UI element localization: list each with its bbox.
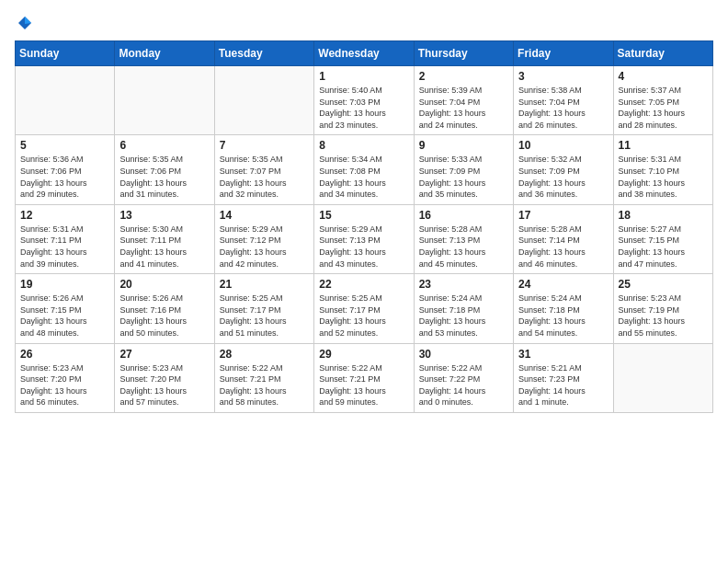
calendar-cell: 1Sunrise: 5:40 AMSunset: 7:03 PMDaylight…	[314, 66, 414, 135]
day-info: Sunrise: 5:36 AMSunset: 7:06 PMDaylight:…	[20, 154, 109, 200]
calendar-cell: 17Sunrise: 5:28 AMSunset: 7:14 PMDayligh…	[514, 204, 613, 273]
day-number: 7	[220, 139, 309, 152]
day-number: 2	[419, 70, 508, 83]
calendar-cell: 22Sunrise: 5:25 AMSunset: 7:17 PMDayligh…	[314, 274, 414, 343]
day-info: Sunrise: 5:24 AMSunset: 7:18 PMDaylight:…	[419, 293, 508, 339]
day-info: Sunrise: 5:38 AMSunset: 7:04 PMDaylight:…	[518, 85, 608, 131]
day-info: Sunrise: 5:24 AMSunset: 7:18 PMDaylight:…	[518, 293, 608, 339]
day-number: 22	[319, 278, 408, 291]
week-row-3: 12Sunrise: 5:31 AMSunset: 7:11 PMDayligh…	[16, 204, 713, 273]
day-info: Sunrise: 5:39 AMSunset: 7:04 PMDaylight:…	[419, 85, 508, 131]
calendar-cell	[214, 66, 313, 135]
day-info: Sunrise: 5:25 AMSunset: 7:17 PMDaylight:…	[220, 293, 309, 339]
calendar-cell: 19Sunrise: 5:26 AMSunset: 7:15 PMDayligh…	[16, 274, 115, 343]
day-number: 18	[619, 209, 708, 222]
week-row-4: 19Sunrise: 5:26 AMSunset: 7:15 PMDayligh…	[16, 274, 713, 343]
day-info: Sunrise: 5:34 AMSunset: 7:08 PMDaylight:…	[319, 154, 408, 200]
calendar-cell: 6Sunrise: 5:35 AMSunset: 7:06 PMDaylight…	[115, 135, 214, 204]
svg-marker-1	[25, 17, 31, 24]
day-number: 10	[518, 139, 608, 152]
logo	[15, 15, 35, 31]
day-info: Sunrise: 5:40 AMSunset: 7:03 PMDaylight:…	[319, 85, 408, 131]
day-number: 21	[220, 278, 309, 291]
calendar-cell: 18Sunrise: 5:27 AMSunset: 7:15 PMDayligh…	[613, 204, 712, 273]
day-info: Sunrise: 5:31 AMSunset: 7:10 PMDaylight:…	[619, 154, 708, 200]
day-number: 31	[518, 348, 608, 361]
day-info: Sunrise: 5:23 AMSunset: 7:20 PMDaylight:…	[20, 362, 109, 408]
day-info: Sunrise: 5:29 AMSunset: 7:13 PMDaylight:…	[319, 224, 408, 270]
weekday-header-saturday: Saturday	[613, 41, 712, 66]
calendar-cell: 8Sunrise: 5:34 AMSunset: 7:08 PMDaylight…	[314, 135, 414, 204]
calendar-cell: 16Sunrise: 5:28 AMSunset: 7:13 PMDayligh…	[414, 204, 513, 273]
calendar-cell: 12Sunrise: 5:31 AMSunset: 7:11 PMDayligh…	[16, 204, 115, 273]
weekday-header-friday: Friday	[514, 41, 613, 66]
day-number: 20	[119, 278, 209, 291]
day-number: 28	[220, 348, 309, 361]
weekday-header-thursday: Thursday	[414, 41, 513, 66]
calendar-cell: 11Sunrise: 5:31 AMSunset: 7:10 PMDayligh…	[613, 135, 712, 204]
day-info: Sunrise: 5:35 AMSunset: 7:06 PMDaylight:…	[119, 154, 209, 200]
day-number: 4	[619, 70, 708, 83]
day-number: 27	[119, 348, 209, 361]
weekday-header-wednesday: Wednesday	[314, 41, 414, 66]
day-info: Sunrise: 5:29 AMSunset: 7:12 PMDaylight:…	[220, 224, 309, 270]
day-info: Sunrise: 5:23 AMSunset: 7:19 PMDaylight:…	[619, 293, 708, 339]
calendar-cell: 28Sunrise: 5:22 AMSunset: 7:21 PMDayligh…	[214, 343, 313, 412]
day-info: Sunrise: 5:32 AMSunset: 7:09 PMDaylight:…	[518, 154, 608, 200]
weekday-header-tuesday: Tuesday	[214, 41, 313, 66]
calendar-cell: 27Sunrise: 5:23 AMSunset: 7:20 PMDayligh…	[115, 343, 214, 412]
day-number: 3	[518, 70, 608, 83]
logo-icon	[17, 15, 33, 31]
day-number: 30	[419, 348, 508, 361]
calendar-cell: 25Sunrise: 5:23 AMSunset: 7:19 PMDayligh…	[613, 274, 712, 343]
calendar-cell: 24Sunrise: 5:24 AMSunset: 7:18 PMDayligh…	[514, 274, 613, 343]
calendar-cell: 4Sunrise: 5:37 AMSunset: 7:05 PMDaylight…	[613, 66, 712, 135]
calendar-cell: 2Sunrise: 5:39 AMSunset: 7:04 PMDaylight…	[414, 66, 513, 135]
day-number: 14	[220, 209, 309, 222]
calendar-cell	[115, 66, 214, 135]
day-number: 26	[20, 348, 109, 361]
week-row-5: 26Sunrise: 5:23 AMSunset: 7:20 PMDayligh…	[16, 343, 713, 412]
calendar-cell: 20Sunrise: 5:26 AMSunset: 7:16 PMDayligh…	[115, 274, 214, 343]
day-info: Sunrise: 5:23 AMSunset: 7:20 PMDaylight:…	[119, 362, 209, 408]
calendar-table: SundayMondayTuesdayWednesdayThursdayFrid…	[15, 40, 713, 413]
weekday-header-sunday: Sunday	[16, 41, 115, 66]
calendar-cell: 7Sunrise: 5:35 AMSunset: 7:07 PMDaylight…	[214, 135, 313, 204]
calendar-cell	[16, 66, 115, 135]
day-info: Sunrise: 5:25 AMSunset: 7:17 PMDaylight:…	[319, 293, 408, 339]
day-number: 17	[518, 209, 608, 222]
day-info: Sunrise: 5:35 AMSunset: 7:07 PMDaylight:…	[220, 154, 309, 200]
calendar-cell: 23Sunrise: 5:24 AMSunset: 7:18 PMDayligh…	[414, 274, 513, 343]
calendar-cell: 15Sunrise: 5:29 AMSunset: 7:13 PMDayligh…	[314, 204, 414, 273]
day-info: Sunrise: 5:30 AMSunset: 7:11 PMDaylight:…	[119, 224, 209, 270]
day-info: Sunrise: 5:22 AMSunset: 7:21 PMDaylight:…	[319, 362, 408, 408]
calendar-cell: 5Sunrise: 5:36 AMSunset: 7:06 PMDaylight…	[16, 135, 115, 204]
day-number: 6	[119, 139, 209, 152]
page-header	[15, 15, 713, 31]
day-number: 15	[319, 209, 408, 222]
day-number: 24	[518, 278, 608, 291]
day-info: Sunrise: 5:28 AMSunset: 7:13 PMDaylight:…	[419, 224, 508, 270]
day-info: Sunrise: 5:26 AMSunset: 7:15 PMDaylight:…	[20, 293, 109, 339]
day-info: Sunrise: 5:31 AMSunset: 7:11 PMDaylight:…	[20, 224, 109, 270]
week-row-2: 5Sunrise: 5:36 AMSunset: 7:06 PMDaylight…	[16, 135, 713, 204]
day-number: 29	[319, 348, 408, 361]
day-number: 9	[419, 139, 508, 152]
day-info: Sunrise: 5:22 AMSunset: 7:21 PMDaylight:…	[220, 362, 309, 408]
day-number: 25	[619, 278, 708, 291]
day-number: 12	[20, 209, 109, 222]
week-row-1: 1Sunrise: 5:40 AMSunset: 7:03 PMDaylight…	[16, 66, 713, 135]
calendar-cell: 31Sunrise: 5:21 AMSunset: 7:23 PMDayligh…	[514, 343, 613, 412]
calendar-cell: 3Sunrise: 5:38 AMSunset: 7:04 PMDaylight…	[514, 66, 613, 135]
weekday-header-monday: Monday	[115, 41, 214, 66]
day-info: Sunrise: 5:22 AMSunset: 7:22 PMDaylight:…	[419, 362, 508, 408]
calendar-cell: 9Sunrise: 5:33 AMSunset: 7:09 PMDaylight…	[414, 135, 513, 204]
calendar-cell: 21Sunrise: 5:25 AMSunset: 7:17 PMDayligh…	[214, 274, 313, 343]
calendar-cell: 13Sunrise: 5:30 AMSunset: 7:11 PMDayligh…	[115, 204, 214, 273]
day-info: Sunrise: 5:27 AMSunset: 7:15 PMDaylight:…	[619, 224, 708, 270]
calendar-cell: 10Sunrise: 5:32 AMSunset: 7:09 PMDayligh…	[514, 135, 613, 204]
day-number: 19	[20, 278, 109, 291]
calendar-cell: 29Sunrise: 5:22 AMSunset: 7:21 PMDayligh…	[314, 343, 414, 412]
weekday-header-row: SundayMondayTuesdayWednesdayThursdayFrid…	[16, 41, 713, 66]
day-number: 5	[20, 139, 109, 152]
